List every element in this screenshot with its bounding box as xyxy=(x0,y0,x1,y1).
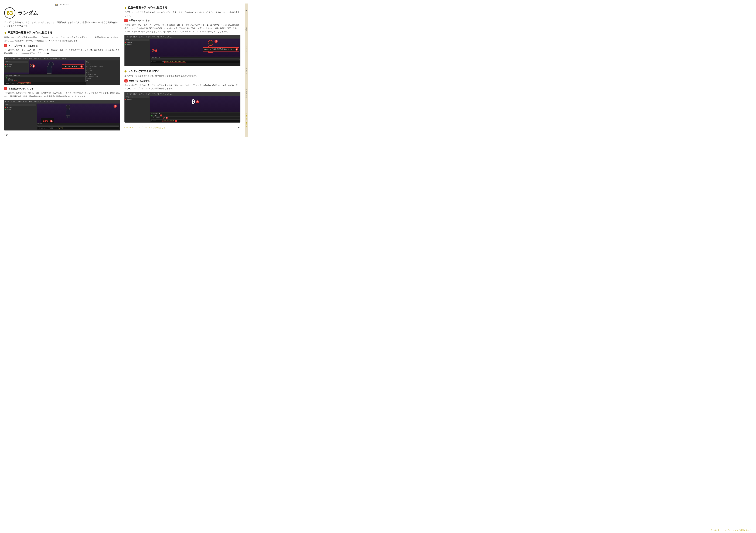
ae-tl-playhead-3 xyxy=(151,59,151,60)
ae-prop-widget: ウィグラー xyxy=(86,67,119,69)
chapter-header: 63 ランダム xyxy=(4,7,120,18)
expr-label-1: random(0,100) 2 xyxy=(62,64,84,69)
ae-layer-row-1: Ninja.png xyxy=(5,63,28,65)
ae-expr-label-area-1: エクスプレッション： xyxy=(6,82,18,84)
ae-tl-prop-4: ソーステキスト xyxy=(151,117,162,119)
watch-hand: ⏱ xyxy=(31,65,32,66)
stopwatch-icon-1: ⏱ xyxy=(30,64,33,67)
ae-menu-2: ■ ファイル 編集 コンポジション レイヤー エフェクト アニメーション ビュー xyxy=(5,101,54,103)
section2-desc: 「位置」のような二次元の数値を持つものをランダムに表示します。「random([… xyxy=(124,11,240,17)
section1-header: ◆ 不透明度の範囲をランダムに指定する xyxy=(4,31,120,34)
ae-panel-header-2: プロジェクト xyxy=(5,104,36,106)
ae-left-panel-3: プロジェクト Ninja.png Random xyxy=(124,38,150,66)
step1-num: 1 xyxy=(4,44,7,47)
callout-3r: 3 xyxy=(214,39,218,43)
ae-panel-header: プロジェクト xyxy=(5,61,28,63)
ae-body-4: プロジェクト Random 0 1 xyxy=(124,96,240,122)
folder-tag-text: 7-63フォルダ xyxy=(59,4,69,6)
chapter-num: 63 xyxy=(7,10,13,16)
ae-timeline-header: 0:00:00:00 ▶ ■ ◀▶ □ ↕ ☰ xyxy=(5,75,85,77)
ae-timeline-1: 0:00:00:00 ▶ ■ ◀▶ □ ↕ ☰ Ninja 不透明度 100% xyxy=(4,74,85,85)
step1-header: 1 エクスプレッションを追加する xyxy=(4,44,120,47)
ninja-leg-r xyxy=(68,115,70,118)
stopwatch-area-3: ⏱ 1 xyxy=(152,49,157,52)
ae-tl-controls-4: 0:00:00:00 ▶ ■ ◀▶ xyxy=(151,113,240,114)
chapter-title: ランダム xyxy=(18,10,38,16)
ae-expr-input-1: エクスプレッション： random(0,100) xyxy=(5,82,86,85)
percent-value: 35% xyxy=(43,119,48,122)
ae-tl-dot-1 xyxy=(6,77,7,79)
step2-num: 2 xyxy=(4,87,7,90)
ae-prop-tracker: トラッカー xyxy=(86,63,119,65)
step1-title: エクスプレッションを追加する xyxy=(9,44,38,47)
ae-topbar-2: ■ ファイル 編集 コンポジション レイヤー エフェクト アニメーション ビュー xyxy=(4,100,120,104)
right-column: ◆ 位置の範囲をランダムに指定する 「位置」のような二次元の数値を持つものをラン… xyxy=(124,4,240,137)
ae-expr-val-4: text.sourceText xyxy=(162,120,175,122)
ae-timecode-2: 0:00:03:14 xyxy=(38,123,42,124)
ae-expr-val-3: random([100,540],[1860,540]) xyxy=(164,61,186,63)
section2-title: 位置の範囲をランダムに指定する xyxy=(128,6,167,9)
ae-timeline-2: 0:00:03:14 ▶ ■ ◀▶ エクスプレッション：不透明度 random(… xyxy=(37,123,120,130)
step1r-title: 位置をランダムにする xyxy=(129,19,150,22)
ae-layer-2a: Ninja.png xyxy=(5,106,36,109)
ae-layer-text-3b: Random xyxy=(127,44,131,45)
callout-1s4: 1 xyxy=(196,100,199,103)
ae-prop-size: サイズ指定: スムーズ xyxy=(86,76,119,78)
ae-tl-bar-3 xyxy=(151,59,240,60)
sidebar-item-5: アニメーション xyxy=(246,89,247,99)
ninja-body-2 xyxy=(66,109,70,115)
callout-4: 4 xyxy=(50,120,53,122)
ninja-legs-2 xyxy=(66,115,70,118)
ae-expr-value-1: random(0,100) xyxy=(18,82,31,84)
ae-expr-input-3: エクスプレッション：位置 random([100,540],[1860,540]… xyxy=(151,61,240,63)
ae-body-3: プロジェクト Ninja.png Random xyxy=(124,38,240,66)
section2-header: ◆ 位置の範囲をランダムに指定する xyxy=(124,6,240,9)
ae-left-panel-4: プロジェクト Random xyxy=(124,96,150,122)
section3-title: ランダムな数字を表示する xyxy=(128,69,159,73)
ae-tl-value-1: 100% xyxy=(14,80,17,81)
callout-2-tl-4: 2 xyxy=(166,117,168,119)
ae-left-panel-2: プロジェクト Ninja.png Random xyxy=(4,104,37,130)
ae-panel-label-3: プロジェクト xyxy=(126,39,133,41)
ae-tl-btns-4: ▶ ■ ◀▶ xyxy=(156,113,160,114)
callout-2a: 2 xyxy=(80,65,83,68)
ae-layer-2b: Random xyxy=(5,109,36,111)
callout-3-expr-4: 3 xyxy=(175,120,177,122)
ae-comp-2: 3 35% 4 0:00:03:14 ▶ ■ ◀▶ xyxy=(37,104,120,130)
ae-layer-text-2b: Random xyxy=(7,109,11,110)
ae-prop-position: 位置 xyxy=(86,72,119,73)
step1r-num: 1 xyxy=(124,19,127,22)
ae-layer-4a: Random xyxy=(125,98,149,101)
chapter-badge: 63 xyxy=(4,7,15,18)
folder-icon: 📁 xyxy=(55,4,58,6)
ae-expr-label-2: エクスプレッション：不透明度 xyxy=(38,127,53,129)
ae-topbar-1: ■ ファイル 編集 コンポジション レイヤー エフェクト アニメーション ビュー… xyxy=(4,57,120,61)
ae-comp-view-1: 1 ⏱ random(0,100) 2 xyxy=(29,61,85,74)
ae-tl-playhead-2 xyxy=(54,125,54,126)
ae-dot-4a xyxy=(125,99,126,100)
ae-left-1: プロジェクト Ninja.png Random xyxy=(4,61,85,85)
sidebar-item-6: エクスプレッション xyxy=(246,113,247,128)
step2-desc: 「不透明度」の数値が「0」%から「100」%の間でランダムで出力し、チカチカする… xyxy=(4,91,120,98)
section1-desc: 数値だけをランダムで変化させる場合は、「random()」のエクスプレッション内… xyxy=(4,36,120,42)
step2-title: 不透明度がランダムになる xyxy=(9,87,34,90)
ae-prop-content: コンテンツに追加はできません xyxy=(86,65,119,67)
ae-tl-layer-4a: テキスト xyxy=(154,114,159,116)
sidebar-item-3: テキスト xyxy=(246,47,247,53)
ae-tl-row-1: Ninja xyxy=(5,77,85,79)
ae-expr-label-4: エクスプレッション： xyxy=(151,120,162,122)
diamond-icon-3: ◆ xyxy=(124,69,126,73)
ae-timecode-3: 0:00:00:00 xyxy=(151,57,156,58)
ae-dot-1 xyxy=(5,63,6,65)
ae-prop-head-1: 属性 xyxy=(86,61,119,63)
left-footer: 180 xyxy=(4,133,120,137)
ae-tl-row-2: 不透明度 100% xyxy=(5,79,85,81)
callout-1-tl-4: 1 xyxy=(160,114,162,116)
ae-comp-3: 3 ⏱ 1 random([100,540],[1860,540]) xyxy=(150,38,240,66)
ninja-head-2 xyxy=(66,105,70,109)
diamond-icon-2: ◆ xyxy=(124,6,126,9)
ae-panel-label-2: プロジェクト xyxy=(5,104,13,106)
sidebar-item-4: モーション xyxy=(246,68,247,74)
screenshot-2: ■ ファイル 編集 コンポジション レイヤー エフェクト アニメーション ビュー… xyxy=(4,100,120,131)
section3-header: ◆ ランダムな数字を表示する xyxy=(124,69,240,73)
